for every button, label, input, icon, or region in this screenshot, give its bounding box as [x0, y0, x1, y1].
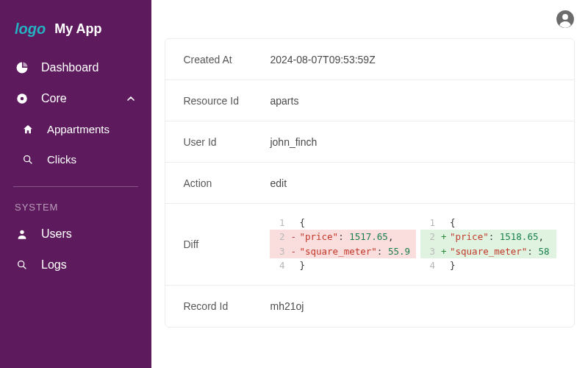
svg-point-8: [562, 14, 568, 20]
field-label: User Id: [183, 136, 270, 148]
field-record-id: Record Id mh21oj: [165, 286, 574, 327]
field-user-id: User Id john_finch: [165, 121, 574, 163]
field-value: mh21oj: [270, 300, 304, 312]
sidebar-item-appartments[interactable]: Appartments: [0, 114, 151, 144]
svg-line-6: [24, 266, 26, 269]
svg-point-1: [21, 97, 24, 101]
sidebar-item-label: Dashboard: [41, 61, 98, 74]
field-value: aparts: [270, 95, 298, 107]
search-icon: [21, 154, 35, 166]
svg-point-4: [20, 230, 24, 234]
detail-card: Created At 2024-08-07T09:53:59Z Resource…: [165, 38, 575, 328]
field-label: Record Id: [183, 300, 270, 312]
search-icon: [15, 259, 29, 271]
account-icon[interactable]: [556, 10, 575, 29]
field-label: Resource Id: [183, 95, 270, 107]
sidebar: logo My App Dashboard Core: [0, 0, 151, 368]
core-icon: [15, 92, 29, 105]
field-label: Diff: [183, 238, 270, 250]
core-subnav: Appartments Clicks: [0, 114, 151, 174]
diff-line: 3+"square_meter": 58: [420, 244, 556, 258]
nav-main: Dashboard Core Appartments: [0, 52, 151, 280]
content: Created At 2024-08-07T09:53:59Z Resource…: [151, 38, 588, 368]
field-label: Action: [183, 177, 270, 189]
sidebar-item-logs[interactable]: Logs: [0, 250, 151, 280]
field-created-at: Created At 2024-08-07T09:53:59Z: [165, 39, 574, 80]
diff-line: 2+"price": 1518.65,: [420, 230, 556, 244]
brand: logo My App: [0, 12, 151, 52]
field-label: Created At: [183, 54, 270, 66]
sidebar-item-dashboard[interactable]: Dashboard: [0, 52, 151, 83]
diff-before-pane: 1{2-"price": 1517.65,3-"square_meter": 5…: [270, 216, 416, 273]
sidebar-item-label: Users: [41, 227, 72, 241]
sidebar-item-clicks[interactable]: Clicks: [0, 144, 151, 174]
sidebar-item-label: Core: [41, 92, 67, 105]
diff-line: 2-"price": 1517.65,: [270, 230, 416, 244]
sidebar-item-label: Appartments: [47, 123, 110, 135]
sidebar-item-label: Logs: [41, 258, 67, 272]
home-icon: [21, 124, 35, 135]
diff-line: 1{: [270, 216, 416, 230]
sidebar-section-system: SYSTEM: [0, 193, 151, 219]
field-action: Action edit: [165, 163, 574, 204]
field-value: edit: [270, 177, 287, 189]
brand-logo: logo: [15, 21, 46, 38]
sidebar-item-core[interactable]: Core: [0, 83, 151, 114]
field-resource-id: Resource Id aparts: [165, 80, 574, 121]
brand-title: My App: [54, 21, 101, 37]
main: Created At 2024-08-07T09:53:59Z Resource…: [151, 0, 588, 368]
diff-line: 4}: [420, 258, 556, 272]
chevron-up-icon: [125, 93, 137, 105]
field-diff: Diff 1{2-"price": 1517.65,3-"square_mete…: [165, 204, 574, 286]
diff-line: 3-"square_meter": 55.9: [270, 244, 416, 258]
sidebar-divider: [13, 186, 138, 187]
diff-panes: 1{2-"price": 1517.65,3-"square_meter": 5…: [270, 216, 556, 273]
sidebar-item-users[interactable]: Users: [0, 219, 151, 250]
diff-line: 1{: [420, 216, 556, 230]
field-value: 2024-08-07T09:53:59Z: [270, 54, 375, 66]
diff-after-pane: 1{2+"price": 1518.65,3+"square_meter": 5…: [420, 216, 556, 273]
field-value: john_finch: [270, 136, 317, 148]
svg-point-5: [18, 261, 24, 267]
topbar: [151, 0, 588, 38]
diff-line: 4}: [270, 258, 416, 272]
pie-icon: [15, 61, 29, 74]
svg-point-2: [24, 155, 30, 161]
user-icon: [15, 228, 29, 240]
sidebar-item-label: Clicks: [47, 153, 76, 166]
svg-line-3: [29, 160, 32, 163]
